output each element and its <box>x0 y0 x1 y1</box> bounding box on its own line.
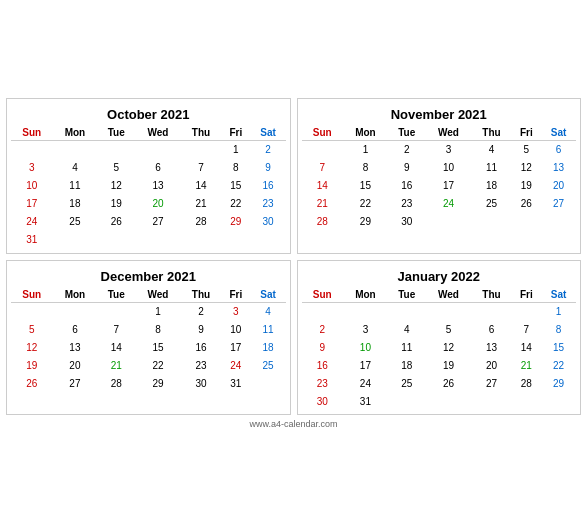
calendar-title-oct2021: October 2021 <box>11 103 286 125</box>
day-cell: 31 <box>221 374 250 392</box>
day-cell: 8 <box>221 159 250 177</box>
day-cell: 12 <box>97 177 135 195</box>
day-cell: 29 <box>541 374 576 392</box>
day-cell <box>251 374 286 392</box>
day-cell <box>471 302 511 320</box>
day-cell: 18 <box>388 356 426 374</box>
header-thu: Thu <box>181 287 221 303</box>
day-cell: 29 <box>221 213 250 231</box>
day-cell: 28 <box>181 213 221 231</box>
day-cell: 4 <box>53 159 98 177</box>
day-cell: 30 <box>388 213 426 231</box>
day-cell: 30 <box>251 213 286 231</box>
header-sun: Sun <box>11 125 53 141</box>
day-cell: 24 <box>426 195 472 213</box>
day-cell: 12 <box>426 338 472 356</box>
day-cell: 28 <box>512 374 541 392</box>
day-cell: 11 <box>53 177 98 195</box>
day-cell: 10 <box>343 338 388 356</box>
day-cell: 6 <box>541 141 576 159</box>
day-cell <box>11 141 53 159</box>
day-cell <box>97 302 135 320</box>
day-cell <box>53 231 98 249</box>
day-cell: 13 <box>541 159 576 177</box>
day-cell <box>541 213 576 231</box>
day-cell: 16 <box>251 177 286 195</box>
day-cell: 10 <box>426 159 472 177</box>
day-cell: 18 <box>53 195 98 213</box>
header-wed: Wed <box>135 125 181 141</box>
day-cell: 21 <box>97 356 135 374</box>
day-cell: 4 <box>251 302 286 320</box>
day-cell <box>541 392 576 410</box>
day-cell: 28 <box>97 374 135 392</box>
header-mon: Mon <box>53 125 98 141</box>
header-thu: Thu <box>471 125 511 141</box>
header-fri: Fri <box>512 125 541 141</box>
day-cell: 26 <box>11 374 53 392</box>
day-cell <box>302 141 344 159</box>
calendar-nov2021: November 2021SunMonTueWedThuFriSat123456… <box>297 98 582 254</box>
header-wed: Wed <box>426 287 472 303</box>
day-cell: 15 <box>541 338 576 356</box>
header-fri: Fri <box>221 287 250 303</box>
day-cell <box>135 392 181 410</box>
header-fri: Fri <box>221 125 250 141</box>
day-cell <box>388 231 426 249</box>
day-cell: 24 <box>11 213 53 231</box>
day-cell <box>181 231 221 249</box>
day-cell: 5 <box>512 141 541 159</box>
day-cell <box>388 302 426 320</box>
header-tue: Tue <box>388 125 426 141</box>
day-cell <box>181 141 221 159</box>
day-cell: 27 <box>53 374 98 392</box>
day-cell <box>97 392 135 410</box>
header-sat: Sat <box>541 287 576 303</box>
day-cell: 27 <box>541 195 576 213</box>
day-cell: 25 <box>53 213 98 231</box>
day-cell: 13 <box>471 338 511 356</box>
day-cell: 9 <box>251 159 286 177</box>
calendar-title-jan2022: January 2022 <box>302 265 577 287</box>
day-cell: 8 <box>135 320 181 338</box>
day-cell <box>251 231 286 249</box>
day-cell <box>471 213 511 231</box>
day-cell: 7 <box>181 159 221 177</box>
day-cell: 15 <box>343 177 388 195</box>
day-cell: 12 <box>512 159 541 177</box>
day-cell <box>135 231 181 249</box>
day-cell: 23 <box>251 195 286 213</box>
day-cell: 6 <box>135 159 181 177</box>
day-cell: 2 <box>302 320 344 338</box>
day-cell: 16 <box>388 177 426 195</box>
day-cell: 9 <box>181 320 221 338</box>
header-sat: Sat <box>251 287 286 303</box>
header-mon: Mon <box>343 125 388 141</box>
day-cell <box>471 231 511 249</box>
day-cell <box>53 141 98 159</box>
day-cell: 27 <box>471 374 511 392</box>
day-cell <box>53 392 98 410</box>
day-cell: 1 <box>343 141 388 159</box>
header-tue: Tue <box>388 287 426 303</box>
calendar-title-nov2021: November 2021 <box>302 103 577 125</box>
header-sat: Sat <box>541 125 576 141</box>
day-cell: 23 <box>302 374 344 392</box>
day-cell: 25 <box>471 195 511 213</box>
day-cell: 18 <box>251 338 286 356</box>
day-cell: 23 <box>181 356 221 374</box>
day-cell: 19 <box>512 177 541 195</box>
day-cell: 17 <box>221 338 250 356</box>
day-cell <box>97 141 135 159</box>
day-cell: 21 <box>302 195 344 213</box>
day-cell <box>512 392 541 410</box>
day-cell: 5 <box>11 320 53 338</box>
day-cell: 23 <box>388 195 426 213</box>
day-cell: 2 <box>251 141 286 159</box>
day-cell: 18 <box>471 177 511 195</box>
day-cell: 24 <box>343 374 388 392</box>
day-cell: 20 <box>471 356 511 374</box>
day-cell: 26 <box>97 213 135 231</box>
day-cell: 9 <box>302 338 344 356</box>
day-cell: 7 <box>97 320 135 338</box>
